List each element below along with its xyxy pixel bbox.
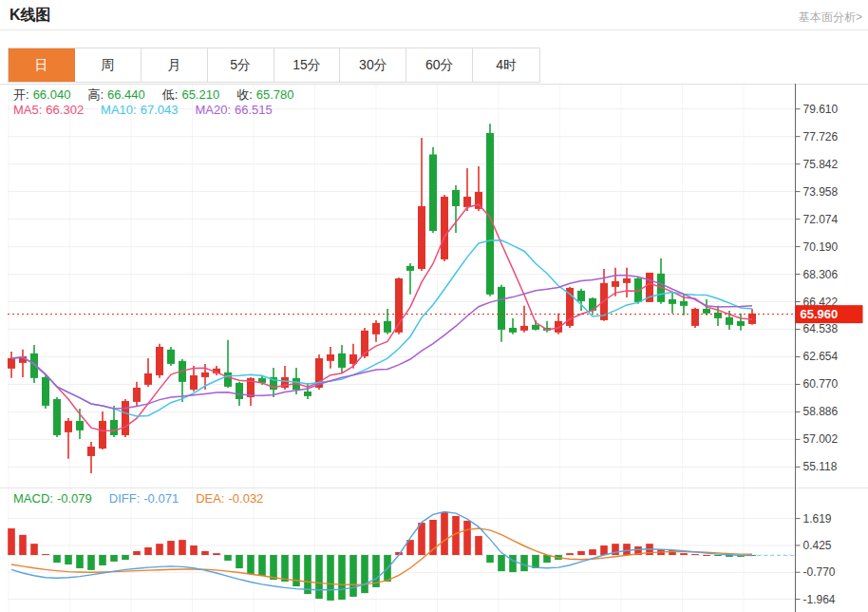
macd-bar (463, 521, 471, 555)
macd-bar (76, 555, 84, 568)
y-axis-label: 62.654 (803, 350, 839, 363)
indicator-item: 低:65.210 (162, 87, 223, 102)
candle-body (737, 321, 745, 326)
tab-7[interactable]: 4时 (473, 48, 539, 82)
y-axis-label: -0.770 (803, 565, 836, 579)
indicator-item: DIFF:-0.071 (109, 491, 182, 506)
indicator-item: DEA:-0.032 (196, 491, 267, 506)
y-axis-label: 77.726 (803, 130, 839, 143)
macd-bar (475, 536, 482, 555)
tab-5[interactable]: 30分 (340, 48, 406, 82)
macd-bar (714, 555, 722, 556)
candle-body (167, 350, 175, 364)
macd-bar (258, 555, 266, 576)
macd-bar (224, 555, 232, 561)
candle-body (577, 291, 585, 301)
ma10-line (11, 240, 752, 416)
y-axis-label: 1.619 (803, 512, 832, 526)
macd-bar (577, 551, 585, 555)
candle-body (110, 420, 118, 435)
macd-bar (281, 555, 289, 582)
candle-body (509, 328, 517, 333)
macd-bar (144, 547, 152, 555)
y-axis-label: 72.074 (803, 213, 839, 226)
tab-4[interactable]: 15分 (274, 48, 341, 82)
macd-bar (190, 545, 198, 555)
kline-widget: { "header": { "title": "K线图", "link": "基… (0, 0, 868, 612)
macd-bar (87, 555, 95, 570)
candle-body (691, 309, 699, 326)
macd-bar (669, 550, 676, 555)
macd-bar (691, 554, 699, 555)
candle-body (703, 309, 710, 314)
macd-bar (53, 555, 61, 563)
candle-body (87, 447, 95, 456)
macd-bar (486, 555, 494, 563)
current-price-label: 65.960 (801, 307, 839, 321)
candle-body (498, 287, 505, 330)
candle-body (133, 388, 141, 402)
macd-bar (65, 555, 72, 564)
macd-bar (304, 555, 311, 594)
y-axis-label: 60.770 (803, 377, 839, 391)
macd-bar (133, 551, 141, 555)
macd-bar (498, 555, 505, 571)
indicator-item: 收:65.780 (236, 87, 297, 102)
candle-body (441, 197, 448, 259)
tab-2[interactable]: 月 (142, 48, 208, 82)
candle-body (236, 383, 243, 399)
candle-body (53, 399, 61, 435)
candle-body (612, 281, 619, 287)
kline-chart: 79.61077.72675.84273.95872.07470.19068.3… (0, 84, 868, 612)
candle-body (429, 155, 437, 231)
y-axis-label: 58.886 (803, 405, 839, 418)
tab-6[interactable]: 60分 (406, 48, 473, 82)
indicator-item: 高:66.440 (87, 87, 148, 102)
y-axis-label: -1.964 (803, 593, 836, 606)
macd-bar (247, 555, 255, 574)
candle-body (418, 206, 425, 269)
macd-bar (270, 555, 277, 580)
ma-readout: MA5:66.302MA10:67.043MA20:66.515 (13, 103, 290, 117)
macd-bar (42, 554, 49, 555)
tab-1[interactable]: 周 (75, 48, 142, 82)
candle-body (338, 354, 346, 368)
macd-bar (122, 555, 129, 560)
y-axis-label: 79.610 (803, 103, 839, 116)
candle-body (224, 373, 232, 387)
chart-canvas[interactable]: 79.61077.72675.84273.95872.07470.19068.3… (0, 84, 868, 612)
candle-body (65, 421, 72, 432)
y-axis-label: 55.118 (803, 460, 838, 473)
ohlc-readout: 开:66.040高:66.440低:65.210收:65.780 (13, 86, 311, 104)
macd-bar (520, 555, 528, 571)
page-title: K线图 (9, 6, 51, 26)
macd-bar (167, 541, 175, 555)
candle-body (304, 392, 311, 396)
macd-bar (19, 535, 27, 555)
candle-body (99, 421, 106, 449)
candle-body (680, 301, 688, 306)
candle-body (669, 299, 676, 304)
macd-bar (589, 549, 596, 555)
indicator-item: 开:66.040 (13, 87, 74, 102)
indicator-item: MACD:-0.079 (13, 491, 96, 506)
macd-bar (110, 555, 118, 562)
tab-3[interactable]: 5分 (208, 48, 274, 82)
macd-bar (600, 545, 608, 555)
candle-body (532, 325, 539, 330)
macd-bar (99, 555, 106, 565)
macd-bar (509, 555, 517, 572)
candle-body (144, 373, 152, 385)
candle-body (76, 421, 84, 430)
macd-bar (349, 555, 357, 597)
indicator-item: MA20:66.515 (195, 103, 275, 117)
candle-body (327, 354, 334, 361)
y-axis-label: 0.425 (803, 539, 832, 552)
tab-0[interactable]: 日 (9, 48, 75, 82)
fundamental-analysis-link[interactable]: 基本面分析> (799, 10, 862, 26)
macd-bar (156, 544, 163, 555)
macd-bar (213, 553, 220, 555)
macd-bar (680, 553, 688, 555)
candle-body (8, 358, 15, 369)
y-axis-label: 73.958 (803, 185, 839, 199)
